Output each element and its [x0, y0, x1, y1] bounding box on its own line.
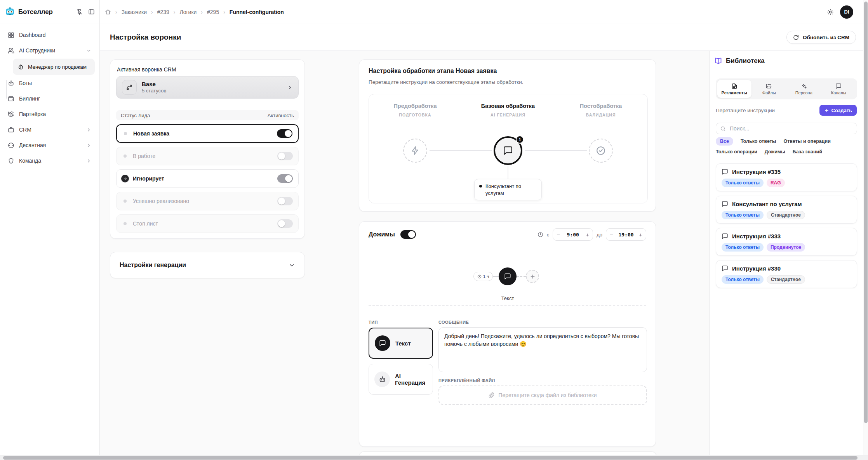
tag-badge: Только ответы — [722, 179, 764, 187]
file-drop-zone[interactable]: Перетащите сюда файл из библиотеки — [438, 385, 647, 405]
breadcrumb-item[interactable]: #295 — [207, 9, 219, 15]
tab-label: Каналы — [831, 90, 846, 95]
time-from-stepper: − 9:00 + — [553, 228, 593, 241]
status-row-success[interactable]: Успешно реализовано — [116, 192, 299, 210]
breadcrumb-item[interactable]: Заказчики — [122, 9, 147, 15]
stage-pipeline: Предобработка ПОДГОТОВКА Базовая обработ… — [369, 94, 648, 203]
zap-icon — [411, 146, 420, 155]
time-from-value: 9:00 — [564, 232, 582, 238]
status-dot — [124, 222, 127, 225]
minus-button[interactable]: − — [606, 231, 617, 238]
library-tabs: Регламенты Файлы Персона Каналы — [716, 78, 857, 99]
minus-button[interactable]: − — [553, 231, 564, 238]
stage-editor-subtitle: Перетащите инструкции на соответствующие… — [369, 79, 523, 85]
sidebar-item-partnership[interactable]: Партнёрка — [5, 106, 95, 122]
instruction-card[interactable]: Инструкция #330 Только ответы Стандартно… — [716, 260, 857, 288]
home-icon[interactable] — [105, 9, 111, 15]
message-textarea[interactable]: Добрый день! Подскажите, удалось ли опре… — [438, 327, 647, 372]
tab-regulations[interactable]: Регламенты — [717, 80, 751, 98]
filter-all[interactable]: Все — [716, 137, 733, 146]
tab-persona[interactable]: Персона — [787, 80, 821, 98]
stage-subtitle-postprocessing: ВАЛИДАЦИЯ — [586, 113, 616, 117]
status-row-stop-list[interactable]: Стоп лист — [116, 214, 299, 233]
pin-off-icon[interactable] — [76, 9, 83, 15]
sidebar-item-billing[interactable]: Биллинг — [5, 91, 95, 106]
library-search[interactable] — [716, 123, 857, 134]
sparkles-icon — [801, 83, 807, 89]
status-toggle-off[interactable] — [277, 197, 293, 205]
sidebar-item-label: Партнёрка — [19, 111, 46, 117]
status-toggle-on[interactable] — [277, 174, 293, 183]
status-toggle-off[interactable] — [277, 219, 293, 228]
sidebar-item-ai-employees[interactable]: AI Сотрудники — [5, 43, 95, 58]
filter-knowledge-base[interactable]: База знаний — [793, 149, 822, 154]
dashed-divider — [369, 305, 646, 306]
tab-files[interactable]: Файлы — [752, 80, 786, 98]
instruction-card-title: Инструкция #333 — [732, 233, 781, 240]
horizontal-scrollbar-thumb[interactable] — [3, 456, 858, 460]
status-row-in-progress[interactable]: В работе — [116, 147, 299, 165]
filter-operations-only[interactable]: Только операции — [716, 149, 757, 154]
type-option-ai-generation[interactable]: AI Генерация — [369, 364, 433, 395]
wallet-icon — [8, 95, 14, 102]
instruction-card[interactable]: Инструкция #333 Только ответы Продвинуто… — [716, 228, 857, 256]
stage-node-base-processing[interactable]: 1 — [494, 136, 522, 165]
status-label: Стоп лист — [133, 220, 158, 227]
sidebar-item-bots[interactable]: Боты — [5, 75, 95, 91]
sidebar-collapse-icon[interactable] — [88, 9, 95, 15]
refresh-icon — [793, 35, 799, 40]
plus-button[interactable]: + — [582, 231, 593, 238]
create-button-label: Создать — [831, 108, 852, 113]
chevron-right-icon — [287, 85, 293, 90]
sidebar-item-landing[interactable]: Десантная — [5, 137, 95, 153]
delay-chip[interactable]: 1 ч — [473, 272, 493, 281]
chevron-right-icon — [86, 127, 92, 133]
breadcrumb-separator: › — [115, 9, 117, 15]
tab-channels[interactable]: Каналы — [822, 80, 856, 98]
filter-answers-operations[interactable]: Ответы и операции — [783, 139, 830, 144]
status-row-new-lead[interactable]: Новая заявка — [116, 124, 299, 143]
bot-icon — [374, 371, 390, 387]
stage-node-preprocessing[interactable] — [403, 139, 427, 163]
filter-followups[interactable]: Дожимы — [765, 149, 785, 154]
plus-button[interactable]: + — [635, 231, 646, 238]
create-button[interactable]: Создать — [819, 105, 857, 116]
theme-toggle-sun-icon[interactable] — [827, 9, 834, 16]
shield-icon — [8, 158, 14, 164]
branch-icon — [122, 80, 137, 95]
filter-answers-only[interactable]: Только ответы — [741, 139, 776, 144]
status-row-ignores[interactable]: Игнорирует — [116, 169, 299, 188]
search-input[interactable] — [729, 125, 853, 132]
user-avatar[interactable]: DI — [840, 5, 853, 19]
type-option-text[interactable]: Текст — [369, 328, 433, 359]
message-square-icon — [722, 168, 728, 175]
sidebar-item-label: AI Сотрудники — [19, 47, 55, 54]
generation-settings-card[interactable]: Настройки генерации — [110, 252, 305, 278]
sidebar-item-dashboard[interactable]: Dashboard — [5, 27, 95, 43]
vertical-scrollbar-thumb[interactable] — [864, 2, 868, 423]
sidebar-indent-guide — [6, 80, 7, 99]
tag-badge: Только ответы — [722, 211, 764, 219]
sidebar-item-label: Биллинг — [19, 95, 40, 102]
app-logo — [5, 7, 15, 17]
library-hint: Перетащите инструкции — [716, 108, 775, 113]
bullet-dot — [479, 185, 482, 187]
followup-message-node[interactable] — [499, 267, 517, 285]
followups-toggle-on[interactable] — [400, 230, 416, 239]
chevron-right-icon — [86, 158, 92, 164]
sidebar-item-sales-manager[interactable]: Менеджер по продажам — [13, 59, 95, 75]
status-toggle-on[interactable] — [277, 129, 292, 138]
funnel-base-card[interactable]: Base 5 статусов — [116, 76, 299, 99]
status-toggle-off[interactable] — [277, 152, 293, 160]
sidebar-item-team[interactable]: Команда — [5, 153, 95, 168]
sidebar-item-crm[interactable]: CRM — [5, 122, 95, 137]
stage-node-postprocessing[interactable] — [589, 139, 613, 163]
instruction-card[interactable]: Инструкция #335 Только ответы RAG — [716, 163, 857, 191]
refresh-from-crm-button[interactable]: Обновить из CRM — [786, 31, 856, 44]
breadcrumb-item[interactable]: #239 — [157, 9, 169, 15]
breadcrumb-item[interactable]: Логики — [180, 9, 197, 15]
instruction-card[interactable]: Консультант по услугам Только ответы Ста… — [716, 196, 857, 224]
message-square-icon — [722, 201, 728, 207]
add-followup-button[interactable] — [526, 270, 539, 283]
attached-instruction-chip[interactable]: Консультант по услугам — [474, 179, 542, 200]
